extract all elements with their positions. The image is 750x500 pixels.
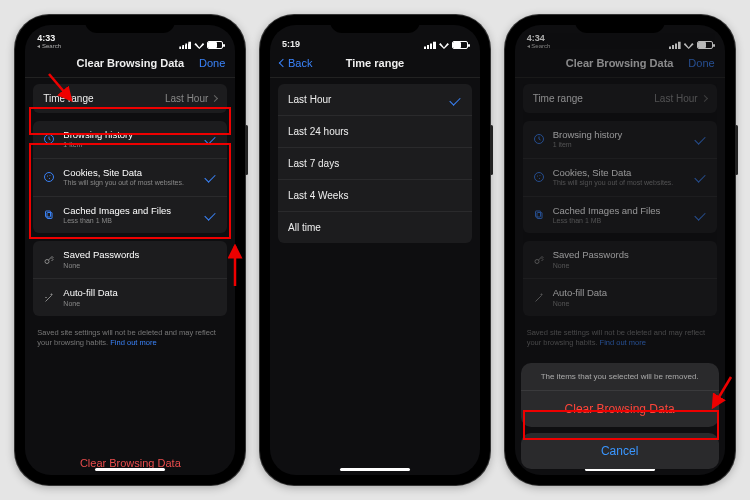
home-indicator[interactable] [340, 468, 410, 471]
wand-icon [533, 292, 545, 304]
svg-point-15 [535, 259, 539, 263]
item-passwords[interactable]: Saved PasswordsNone [33, 241, 227, 279]
item-autofill[interactable]: Auto-fill DataNone [523, 279, 717, 316]
phone-3: 4:34 ◂ Search Clear Browsing Data Done T… [505, 15, 735, 485]
chevron-right-icon [211, 95, 218, 102]
nav-header: Back Time range [270, 51, 480, 78]
option-all-time[interactable]: All time [278, 212, 472, 243]
home-indicator[interactable] [95, 468, 165, 471]
item-cached[interactable]: Cached Images and FilesLess than 1 MB [33, 197, 227, 234]
chevron-left-icon [279, 59, 287, 67]
check-icon [205, 172, 216, 183]
clock-icon [533, 133, 545, 145]
signal-icon [179, 41, 191, 49]
option-last-7-days[interactable]: Last 7 days [278, 148, 472, 180]
status-search-breadcrumb[interactable]: ◂ Search [527, 43, 551, 49]
option-last-24-hours[interactable]: Last 24 hours [278, 116, 472, 148]
battery-icon [207, 41, 223, 49]
svg-point-1 [45, 173, 54, 182]
page-title: Time range [320, 57, 430, 69]
svg-point-9 [534, 173, 543, 182]
sheet-message: The items that you selected will be remo… [521, 363, 719, 391]
time-range-label: Time range [43, 93, 93, 104]
cache-icon [43, 209, 55, 221]
svg-point-12 [539, 178, 540, 179]
svg-rect-14 [537, 212, 542, 218]
time-range-list: Last Hour Last 24 hours Last 7 days Last… [278, 84, 472, 243]
svg-rect-13 [535, 211, 540, 217]
find-out-more-link[interactable]: Find out more [110, 338, 156, 347]
item-cookies[interactable]: Cookies, Site DataThis will sign you out… [523, 159, 717, 197]
clock-icon [43, 133, 55, 145]
item-passwords[interactable]: Saved PasswordsNone [523, 241, 717, 279]
time-range-value: Last Hour [165, 93, 208, 104]
done-button[interactable]: Done [675, 57, 715, 69]
confirm-clear-button[interactable]: Clear Browsing Data [521, 391, 719, 427]
check-icon [694, 209, 705, 220]
phone-1: 4:33 ◂ Search Clear Browsing Data Done T… [15, 15, 245, 485]
item-browsing-history[interactable]: Browsing history1 item [523, 121, 717, 159]
svg-rect-6 [47, 212, 52, 218]
data-types-group-2: Saved PasswordsNone Auto-fill DataNone [33, 241, 227, 316]
cache-icon [533, 209, 545, 221]
battery-icon [697, 41, 713, 49]
check-icon [694, 134, 705, 145]
signal-icon [424, 41, 436, 49]
svg-point-4 [49, 178, 50, 179]
time-range-row[interactable]: Time range Last Hour [33, 84, 227, 113]
key-icon [533, 254, 545, 266]
footer-note: Saved site settings will not be deleted … [523, 324, 717, 352]
chevron-right-icon [701, 95, 708, 102]
wifi-icon [194, 41, 204, 49]
data-types-group: Browsing history1 item Cookies, Site Dat… [33, 121, 227, 233]
item-cookies[interactable]: Cookies, Site DataThis will sign you out… [33, 159, 227, 197]
check-icon [205, 134, 216, 145]
notch [575, 15, 665, 33]
cancel-button[interactable]: Cancel [521, 433, 719, 469]
check-icon [205, 209, 216, 220]
check-icon [694, 172, 705, 183]
cookie-icon [533, 171, 545, 183]
wifi-icon [439, 41, 449, 49]
nav-header: Clear Browsing Data Done [25, 51, 235, 78]
item-cached[interactable]: Cached Images and FilesLess than 1 MB [523, 197, 717, 234]
check-icon [449, 94, 460, 105]
status-search-breadcrumb[interactable]: ◂ Search [37, 43, 61, 49]
time-range-row[interactable]: Time range Last Hour [523, 84, 717, 113]
option-last-4-weeks[interactable]: Last 4 Weeks [278, 180, 472, 212]
battery-icon [452, 41, 468, 49]
key-icon [43, 254, 55, 266]
svg-point-3 [50, 175, 51, 176]
action-sheet: The items that you selected will be remo… [515, 363, 725, 475]
back-button[interactable]: Back [280, 57, 320, 69]
wifi-icon [684, 41, 694, 49]
signal-icon [669, 41, 681, 49]
phone-2: 5:19 Back Time range Last Hour Last 24 h… [260, 15, 490, 485]
svg-point-11 [539, 175, 540, 176]
wand-icon [43, 292, 55, 304]
item-browsing-history[interactable]: Browsing history1 item [33, 121, 227, 159]
svg-point-10 [537, 176, 538, 177]
footer-note: Saved site settings will not be deleted … [33, 324, 227, 352]
svg-point-2 [47, 176, 48, 177]
notch [330, 15, 420, 33]
status-time: 5:19 [282, 40, 300, 49]
done-button[interactable]: Done [185, 57, 225, 69]
notch [85, 15, 175, 33]
page-title: Clear Browsing Data [75, 57, 185, 69]
status-time: 4:34 [527, 34, 545, 43]
option-last-hour[interactable]: Last Hour [278, 84, 472, 116]
find-out-more-link[interactable]: Find out more [600, 338, 646, 347]
cookie-icon [43, 171, 55, 183]
svg-point-7 [45, 259, 49, 263]
svg-rect-5 [46, 211, 51, 217]
status-time: 4:33 [37, 34, 55, 43]
page-title: Clear Browsing Data [565, 57, 675, 69]
item-autofill[interactable]: Auto-fill DataNone [33, 279, 227, 316]
nav-header: Clear Browsing Data Done [515, 51, 725, 78]
